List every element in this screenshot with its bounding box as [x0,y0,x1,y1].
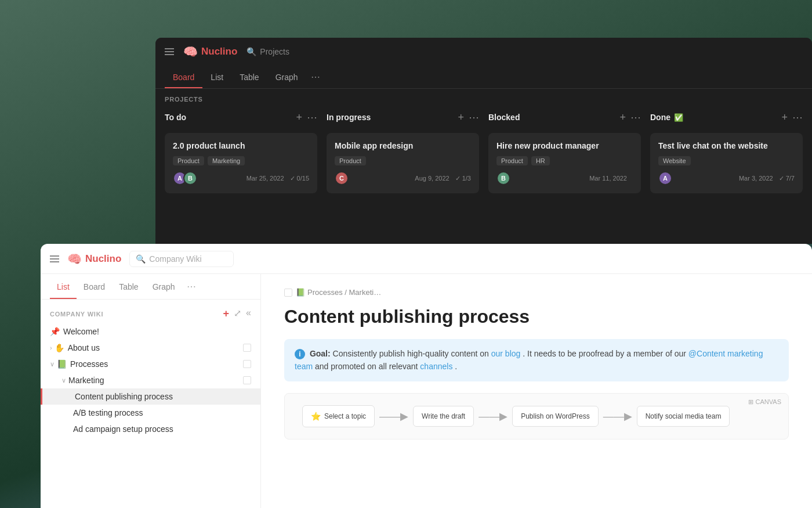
flow-node-4-label: Notify social media team [646,412,722,420]
sidebar-collapse-icon[interactable]: « [246,308,251,320]
flow-node-3-label: Publish on WordPress [521,412,590,420]
col-done-actions: + ⋯ [781,111,803,124]
tag-product: Product [173,156,204,165]
canvas-icon: ⊞ [748,398,753,406]
card-livechat-meta: Mar 3, 2022 ✓ 7/7 [739,175,795,182]
card-tasks: ✓ 0/15 [290,175,309,182]
card-livechat[interactable]: Test live chat on the website Website A … [650,133,803,193]
tab-board[interactable]: Board [165,67,202,88]
about-checkbox[interactable] [243,344,251,352]
card-avatars: A B [173,171,197,185]
brain-icon-light: 🧠 [67,252,82,266]
card-product-launch[interactable]: 2.0 product launch Product Marketing A B… [165,133,317,193]
light-search[interactable]: 🔍 Company Wiki [129,251,234,267]
col-todo-add[interactable]: + [296,111,302,124]
tab-table-light[interactable]: Table [112,275,145,298]
canvas-label: ⊞ CANVAS [748,398,781,406]
hand-icon: ✋ [55,343,64,352]
col-blocked-more[interactable]: ⋯ [630,111,641,124]
card-mobile-app-footer: C Aug 9, 2022 ✓ 1/3 [335,171,471,185]
light-topbar: 🧠 Nuclino 🔍 Company Wiki [41,244,812,274]
card-avatars-hire: B [496,171,510,185]
sidebar-item-about[interactable]: › ✋ About us [41,340,260,356]
main-area: 📗 Processes / Marketi… Content publishin… [261,274,812,508]
card-meta: Mar 25, 2022 ✓ 0/15 [246,175,309,182]
star-icon: ⭐ [311,412,321,421]
card-date: Mar 25, 2022 [246,175,284,182]
card-hire-date: Mar 11, 2022 [589,175,627,182]
flow-arrow-2: ——▶ [474,410,512,423]
sidebar-add-button[interactable]: + [223,308,230,320]
dark-tabs: Board List Table Graph ⋯ [155,66,812,89]
tab-board-light[interactable]: Board [77,275,112,298]
col-done: Done ✅ + ⋯ Test live chat on the website… [650,107,803,199]
light-logo-text: Nuclino [85,253,121,265]
tab-graph-light[interactable]: Graph [146,275,182,298]
flow-node-1: ⭐ Select a topic [302,405,375,427]
chevron-processes: ∨ [50,361,55,368]
sidebar-item-welcome[interactable]: 📌 Welcome! [41,323,260,340]
avatar-hire: B [496,171,510,185]
col-todo-more[interactable]: ⋯ [307,111,317,124]
col-blocked-actions: + ⋯ [619,111,641,124]
sidebar-tabs: List Board Table Graph ⋯ [41,274,260,300]
tab-graph-dark[interactable]: Graph [267,67,306,88]
card-livechat-date: Mar 3, 2022 [739,175,773,182]
hamburger-icon-light[interactable] [50,255,59,262]
flow-node-4: Notify social media team [637,406,730,427]
card-mobile-app[interactable]: Mobile app redesign Product C Aug 9, 202… [327,133,479,193]
sidebar-item-ab-testing[interactable]: A/B testing process [41,405,260,421]
tag-marketing: Marketing [208,156,245,165]
sidebar-ad-campaign-label: Ad campaign setup process [73,424,251,434]
col-inprogress-more[interactable]: ⋯ [469,111,479,124]
col-done-add[interactable]: + [781,111,788,124]
col-done-more[interactable]: ⋯ [792,111,803,124]
col-blocked-title: Blocked [488,113,520,122]
tab-more-dark[interactable]: ⋯ [306,66,325,88]
breadcrumb-text: Processes / Marketi… [307,288,381,297]
canvas-label-text: CANVAS [756,398,781,405]
sidebar-ab-testing-label: A/B testing process [73,408,251,417]
search-icon-dark: 🔍 [246,47,256,56]
channels-link[interactable]: channels [420,362,452,371]
light-search-placeholder: Company Wiki [149,254,201,264]
col-blocked-add[interactable]: + [619,111,626,124]
card-product-launch-tags: Product Marketing [173,156,309,165]
blog-link[interactable]: our blog [491,349,521,358]
card-hire-pm[interactable]: Hire new product manager Product HR B Ma… [488,133,641,193]
marketing-checkbox[interactable] [243,376,251,384]
card-hire-pm-footer: B Mar 11, 2022 [496,171,633,185]
breadcrumb-checkbox[interactable] [284,289,292,297]
breadcrumb-folder-icon: 📗 [296,288,305,297]
col-inprogress-add[interactable]: + [458,111,464,124]
sidebar-item-processes[interactable]: ∨ 📗 Processes [41,356,260,372]
card-avatars-livechat: A [658,171,672,185]
tab-more-light[interactable]: ⋯ [182,274,201,299]
canvas-area: ⊞ CANVAS ⭐ Select a topic ——▶ Write the … [284,393,789,439]
tab-list[interactable]: List [50,275,77,298]
page-title: Content publishing process [284,306,789,327]
sidebar-item-content-publishing[interactable]: Content publishing process [41,388,260,405]
info-icon: i [295,349,305,359]
hamburger-icon[interactable] [165,48,174,55]
tab-table-dark[interactable]: Table [231,67,267,88]
sidebar-marketing-label: Marketing [68,376,243,385]
flow-node-2: Write the draft [413,406,474,427]
info-text-1: Consistently publish high-quality conten… [333,349,491,358]
sidebar-section-actions: + ⤢ « [223,308,251,320]
sidebar-item-ad-campaign[interactable]: Ad campaign setup process [41,421,260,437]
info-text-2: . It needs to be proofread by a member o… [523,349,688,358]
sidebar-expand-icon[interactable]: ⤢ [234,308,241,320]
col-todo-title: To do [165,113,186,122]
sidebar-item-marketing[interactable]: ∨ Marketing [41,372,260,388]
col-blocked: Blocked + ⋯ Hire new product manager Pro… [488,107,641,199]
dark-search[interactable]: 🔍 Projects [246,47,289,56]
sidebar-section-label: COMPANY WIKI [50,311,103,318]
processes-checkbox[interactable] [243,360,251,368]
light-window: 🧠 Nuclino 🔍 Company Wiki List Board Tabl… [41,244,812,508]
flow-arrow-1: ——▶ [375,410,413,423]
sidebar: List Board Table Graph ⋯ COMPANY WIKI + … [41,274,261,508]
tab-list-dark[interactable]: List [202,67,231,88]
flow-arrow-3: ——▶ [599,410,637,423]
card-mobile-date: Aug 9, 2022 [415,175,449,182]
